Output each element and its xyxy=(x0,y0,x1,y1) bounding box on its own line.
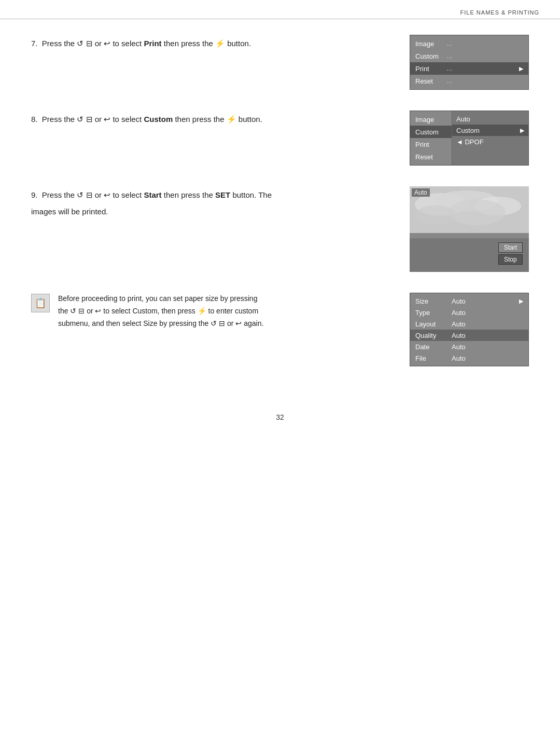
step-9-then: then press the xyxy=(164,190,215,199)
left-print-8: Print xyxy=(410,138,452,150)
stop-button-9: Stop xyxy=(498,254,523,265)
note-icon-char: 📋 xyxy=(35,297,46,309)
menu-row-print-7: Print … ▶ xyxy=(410,62,528,75)
step-8-menu-left: Image Custom Print Reset xyxy=(410,111,452,165)
step-7-select: to select xyxy=(113,39,144,48)
settings-file: File Auto xyxy=(410,352,528,364)
right-auto-8: Auto xyxy=(452,113,528,125)
or-8: or xyxy=(95,115,104,124)
step-8-text: 8. Press the ↺ ⊟ or ↩ to select Custom t… xyxy=(31,111,410,129)
start-button-9: Start xyxy=(498,242,523,253)
submenu-arrow-8: ▶ xyxy=(520,127,524,134)
menu-row-reset-7: Reset … xyxy=(410,75,528,87)
note-screenshot: Size Auto ▶ Type Auto Layout Auto Qualit… xyxy=(410,293,529,366)
or-9: or xyxy=(95,190,104,199)
step-9-number: 9. Press the xyxy=(31,190,77,199)
step-7-then: then press the xyxy=(164,39,215,48)
note-text: Before proceeding to print, you can set … xyxy=(58,293,401,330)
menu-row-image-7: Image … xyxy=(410,37,528,50)
menu-row-custom-7: Custom … xyxy=(410,50,528,62)
step-8-select: to select xyxy=(113,115,144,124)
rotate-icon-7: ↺ xyxy=(77,39,83,48)
step-8-then: then press the xyxy=(175,115,226,124)
step-9-line2: images will be printed. xyxy=(31,207,108,216)
back-icon-7: ↩ xyxy=(104,39,110,48)
camera-label-auto: Auto xyxy=(412,188,430,197)
step-8-menu-right: Auto Custom ▶ ◄ DPOF xyxy=(452,111,528,165)
multi-icon-7: ⊟ xyxy=(86,39,93,48)
left-custom-8: Custom xyxy=(410,126,452,138)
page-header: FILE NAMES & PRINTING xyxy=(0,0,560,19)
right-dpof-8: ◄ DPOF xyxy=(452,136,528,147)
step-8-menu: Image Custom Print Reset Auto xyxy=(410,111,529,166)
step-9-bold-start: Start xyxy=(144,190,161,199)
note-section: 📋 Before proceeding to print, you can se… xyxy=(31,293,529,366)
left-reset-8: Reset xyxy=(410,150,452,163)
step-8: 8. Press the ↺ ⊟ or ↩ to select Custom t… xyxy=(31,111,529,166)
step-7: 7. Press the ↺ ⊟ or ↩ to select Print th… xyxy=(31,35,529,90)
settings-date: Date Auto xyxy=(410,341,528,352)
step-8-end: button. xyxy=(239,115,262,124)
note-line-2: the ↺ ⊟ or ↩ to select Custom, then pres… xyxy=(58,305,391,318)
step-7-end: button. xyxy=(227,39,251,48)
lightning-icon-8: ⚡ xyxy=(227,115,236,124)
svg-point-6 xyxy=(415,206,456,224)
step-9-screenshot: Auto Start Stop xyxy=(410,186,529,272)
step-7-menu: Image … Custom … Print … ▶ Reset … xyxy=(410,35,529,90)
rotate-icon-8: ↺ xyxy=(77,115,83,124)
note-line-1: Before proceeding to print, you can set … xyxy=(58,293,391,305)
settings-layout: Layout Auto xyxy=(410,318,528,330)
step-9-bold-set: SET xyxy=(215,190,230,199)
multi-icon-8: ⊟ xyxy=(86,115,93,124)
step-7-bold: Print xyxy=(144,39,161,48)
step-8-bold: Custom xyxy=(144,115,173,124)
step-9-text: 9. Press the ↺ ⊟ or ↩ to select Start th… xyxy=(31,186,410,221)
step-9-select: to select xyxy=(113,190,144,199)
settings-size: Size Auto ▶ xyxy=(410,295,528,307)
note-icon: 📋 xyxy=(31,294,50,312)
step-8-screenshot: Image Custom Print Reset Auto xyxy=(410,111,529,166)
step-7-screenshot: Image … Custom … Print … ▶ Reset … xyxy=(410,35,529,90)
step-8-number: 8. Press the xyxy=(31,115,77,124)
step-9-button: button. The xyxy=(232,190,272,199)
rotate-icon-9: ↺ xyxy=(77,190,83,199)
step-7-number: 7. Press the xyxy=(31,39,77,48)
arrow-icon-7: ▶ xyxy=(519,65,523,72)
settings-table: Size Auto ▶ Type Auto Layout Auto Qualit… xyxy=(410,293,529,366)
back-icon-9: ↩ xyxy=(104,190,110,199)
or-7: or xyxy=(95,39,104,48)
step-9: 9. Press the ↺ ⊟ or ↩ to select Start th… xyxy=(31,186,529,272)
settings-quality: Quality Auto xyxy=(410,330,528,341)
step-7-text: 7. Press the ↺ ⊟ or ↩ to select Print th… xyxy=(31,35,410,53)
page-number: 32 xyxy=(0,408,560,432)
left-image-8: Image xyxy=(410,113,452,126)
lightning-icon-7: ⚡ xyxy=(215,39,225,48)
note-line-3: submenu, and then select Size by pressin… xyxy=(58,318,391,330)
multi-icon-9: ⊟ xyxy=(86,190,93,199)
settings-type: Type Auto xyxy=(410,307,528,318)
svg-point-5 xyxy=(449,199,506,225)
back-icon-8: ↩ xyxy=(104,115,110,124)
header-title: FILE NAMES & PRINTING xyxy=(460,9,539,16)
camera-screen-9: Auto Start Stop xyxy=(410,186,529,272)
right-custom-8: Custom ▶ xyxy=(452,125,528,136)
size-arrow: ▶ xyxy=(519,298,523,305)
camera-buttons: Start Stop xyxy=(498,242,523,265)
